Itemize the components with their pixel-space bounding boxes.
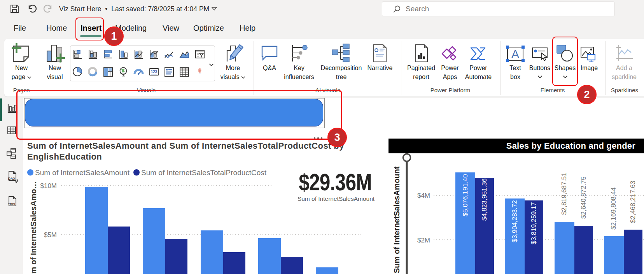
svg-text:DAX: DAX: [8, 177, 15, 181]
svg-text:123: 123: [151, 70, 158, 74]
svg-text:A: A: [511, 47, 519, 60]
svg-text:TMDL: TMDL: [8, 202, 16, 206]
